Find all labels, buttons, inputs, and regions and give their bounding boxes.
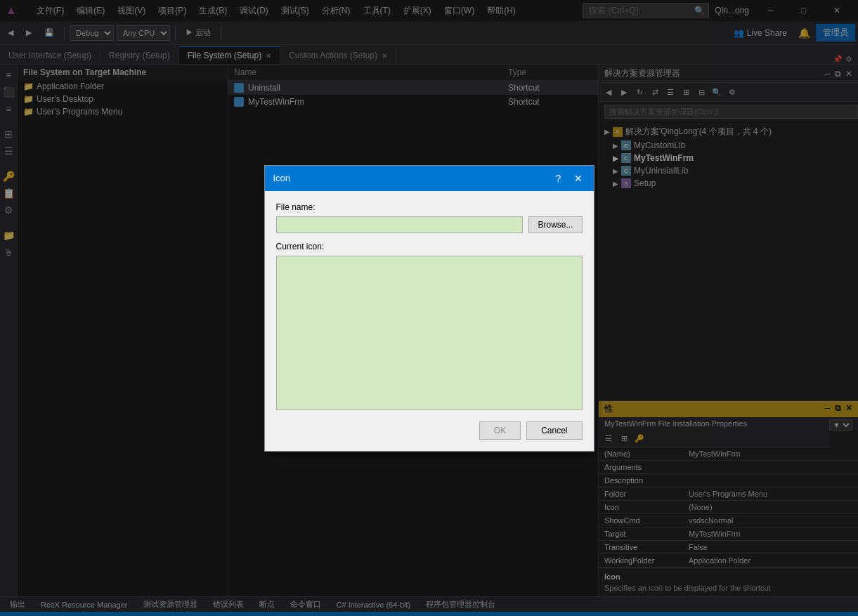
- modal-title: Icon: [273, 173, 291, 183]
- modal-ok-button[interactable]: OK: [479, 421, 521, 440]
- modal-icon-area: [276, 256, 583, 410]
- modal-filename-label: File name:: [276, 202, 583, 212]
- modal-help-button[interactable]: ?: [552, 171, 566, 185]
- modal-buttons: OK Cancel: [276, 421, 583, 440]
- modal-titlebar-buttons: ? ✕: [552, 171, 585, 185]
- modal-content: File name: Browse... Current icon: OK Ca…: [265, 191, 594, 451]
- modal-titlebar: Icon ? ✕: [265, 166, 594, 191]
- modal-browse-button[interactable]: Browse...: [528, 216, 582, 233]
- icon-dialog: Icon ? ✕ File name: Browse... Current ic…: [264, 165, 594, 452]
- modal-close-button[interactable]: ✕: [571, 171, 585, 185]
- modal-overlay: Icon ? ✕ File name: Browse... Current ic…: [0, 0, 858, 616]
- modal-filename-input[interactable]: [276, 216, 524, 233]
- modal-filename-row: Browse...: [276, 216, 583, 233]
- modal-current-icon-label: Current icon:: [276, 242, 583, 251]
- modal-cancel-button[interactable]: Cancel: [526, 421, 582, 440]
